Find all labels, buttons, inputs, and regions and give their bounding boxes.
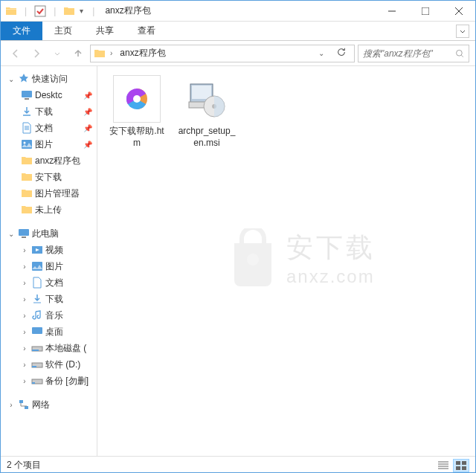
back-button[interactable] xyxy=(7,45,25,62)
expand-icon[interactable]: › xyxy=(20,263,29,271)
search-icon xyxy=(455,48,464,59)
svg-rect-3 xyxy=(22,91,32,97)
search-input[interactable] xyxy=(363,48,452,59)
up-button[interactable] xyxy=(69,45,87,62)
sidebar-item-label: 网络 xyxy=(32,399,50,411)
svg-rect-1 xyxy=(422,7,429,15)
address-dropdown-icon[interactable]: ⌄ xyxy=(314,49,329,57)
svg-rect-29 xyxy=(462,461,466,465)
tab-home[interactable]: 主页 xyxy=(42,22,84,40)
expand-icon[interactable]: › xyxy=(20,279,29,287)
maximize-button[interactable] xyxy=(408,1,442,22)
expand-icon[interactable]: › xyxy=(20,246,29,254)
sidebar-item-label: 桌面 xyxy=(45,326,63,338)
expand-icon[interactable]: › xyxy=(20,344,29,353)
search-box[interactable] xyxy=(358,45,469,62)
folder-icon xyxy=(20,203,33,216)
view-details-button[interactable] xyxy=(435,459,451,472)
file-list[interactable]: 安下载帮助.htm archpr_setup_en.msi 安下载 anxz.c xyxy=(97,66,475,456)
sidebar-this-pc[interactable]: ⌄ 此电脑 xyxy=(1,225,97,242)
svg-rect-23 xyxy=(192,86,211,99)
sidebar-network[interactable]: › 网络 xyxy=(1,396,97,413)
minimize-button[interactable] xyxy=(375,1,408,22)
forward-button[interactable] xyxy=(28,45,45,62)
sidebar-video[interactable]: ›视频 xyxy=(1,242,97,258)
sidebar-documents2[interactable]: ›文档 xyxy=(1,274,97,291)
sidebar-item-label: 文档 xyxy=(45,277,63,289)
expand-icon[interactable]: › xyxy=(20,361,29,369)
expand-icon[interactable]: ⌄ xyxy=(7,75,16,83)
navigation-pane: ⌄ 快速访问 Desktc📌 下载📌 文档📌 图片📌 anxz程序包 安下载 图… xyxy=(1,66,97,456)
expand-icon[interactable]: › xyxy=(20,377,29,385)
music-icon xyxy=(30,309,44,322)
svg-rect-13 xyxy=(32,350,39,351)
expand-icon[interactable]: ⌄ xyxy=(7,230,16,238)
quick-access-toolbar: | | ▾ | anxz程序包 xyxy=(1,4,151,17)
sidebar-item-label: 视频 xyxy=(45,244,63,257)
drive-icon xyxy=(30,358,44,371)
status-bar: 2 个项目 xyxy=(1,456,475,473)
folder-small-icon xyxy=(63,5,75,17)
sidebar-notup[interactable]: 未上传 xyxy=(1,202,97,218)
sidebar-downloads2[interactable]: ›下载 xyxy=(1,291,97,307)
sidebar-documents[interactable]: 文档📌 xyxy=(1,120,97,136)
expand-icon[interactable]: › xyxy=(7,401,16,409)
sidebar-item-label: 此电脑 xyxy=(32,228,59,240)
svg-rect-17 xyxy=(32,382,35,384)
file-label: archpr_setup_en.msi xyxy=(176,126,237,149)
recent-button[interactable] xyxy=(48,45,66,62)
tab-view[interactable]: 查看 xyxy=(126,22,167,40)
sidebar-music[interactable]: ›音乐 xyxy=(1,307,97,324)
item-count: 2 个项目 xyxy=(7,459,41,472)
sidebar-desktop[interactable]: Desktc📌 xyxy=(1,87,97,103)
tab-share[interactable]: 共享 xyxy=(84,22,126,40)
sidebar-downloads[interactable]: 下载📌 xyxy=(1,103,97,120)
drive-icon xyxy=(30,341,44,355)
folder-icon xyxy=(5,5,17,17)
sidebar-pictures[interactable]: 图片📌 xyxy=(1,136,97,152)
expand-icon[interactable]: › xyxy=(20,312,29,320)
picture-icon xyxy=(20,138,33,151)
sidebar-item-label: 备份 [勿删] xyxy=(45,375,89,387)
ribbon-expand-button[interactable] xyxy=(456,25,469,38)
sidebar-backup[interactable]: ›备份 [勿删] xyxy=(1,373,97,389)
file-item-msi[interactable]: archpr_setup_en.msi xyxy=(173,72,240,152)
sidebar-soft-d[interactable]: ›软件 (D:) xyxy=(1,356,97,373)
sidebar-anxz[interactable]: anxz程序包 xyxy=(1,152,97,169)
download-icon xyxy=(30,292,44,306)
expand-icon[interactable]: › xyxy=(20,295,29,303)
sidebar-desktop2[interactable]: ›桌面 xyxy=(1,324,97,340)
file-item-htm[interactable]: 安下载帮助.htm xyxy=(103,72,170,152)
folder-icon xyxy=(20,154,33,167)
svg-rect-18 xyxy=(19,400,23,403)
sidebar-quick-access[interactable]: ⌄ 快速访问 xyxy=(1,71,97,87)
pin-icon: 📌 xyxy=(83,91,92,100)
document-icon xyxy=(20,121,33,135)
breadcrumb-segment[interactable]: anxz程序包 xyxy=(117,47,168,59)
refresh-button[interactable] xyxy=(332,47,351,60)
watermark: 安下载 anxz.com xyxy=(227,228,376,288)
sidebar-localdisk[interactable]: ›本地磁盘 ( xyxy=(1,340,97,356)
svg-rect-4 xyxy=(25,98,29,100)
watermark-cn: 安下载 xyxy=(286,230,376,266)
svg-rect-30 xyxy=(456,466,460,470)
desktop-icon xyxy=(30,325,44,338)
sidebar-andownload[interactable]: 安下载 xyxy=(1,169,97,185)
chevron-icon[interactable]: › xyxy=(109,49,114,57)
close-button[interactable] xyxy=(442,1,475,22)
sidebar-pictures2[interactable]: ›图片 xyxy=(1,258,97,274)
view-icons-button[interactable] xyxy=(453,459,469,472)
expand-icon[interactable]: › xyxy=(20,328,29,336)
dropdown-icon[interactable]: ▾ xyxy=(78,7,85,15)
tab-file[interactable]: 文件 xyxy=(1,22,42,40)
htm-thumbnail xyxy=(113,75,161,123)
sidebar-item-label: 本地磁盘 ( xyxy=(45,342,86,355)
sidebar-item-label: 图片 xyxy=(45,260,63,273)
navigation-bar: › anxz程序包 ⌄ xyxy=(1,41,475,66)
video-icon xyxy=(30,243,44,257)
svg-rect-7 xyxy=(19,229,29,236)
checkbox-icon[interactable] xyxy=(34,5,46,17)
folder-icon xyxy=(20,170,33,184)
address-bar[interactable]: › anxz程序包 ⌄ xyxy=(90,45,355,62)
sidebar-picmgr[interactable]: 图片管理器 xyxy=(1,185,97,202)
